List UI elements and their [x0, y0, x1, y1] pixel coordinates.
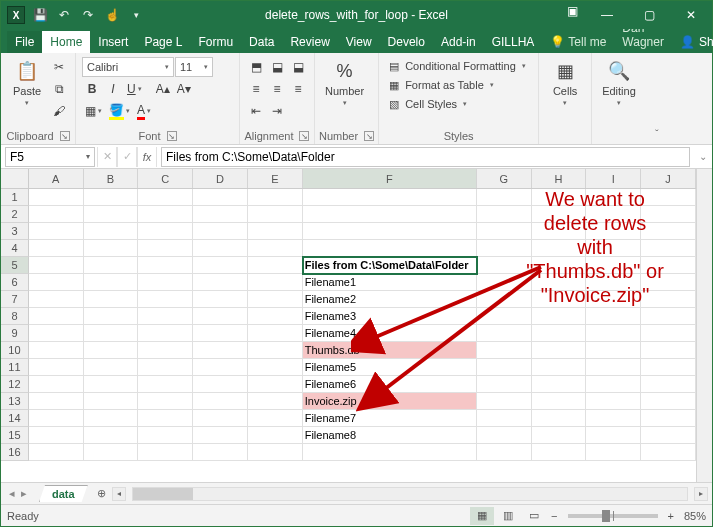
- cell-C2[interactable]: [138, 206, 193, 223]
- hscroll-right-arrow[interactable]: ▸: [694, 487, 708, 501]
- tab-insert[interactable]: Insert: [90, 31, 136, 53]
- cell-D9[interactable]: [193, 325, 248, 342]
- cell-I7[interactable]: [586, 291, 641, 308]
- cell-E16[interactable]: [248, 444, 303, 461]
- grid-body[interactable]: 12345Files from C:\Some\Data\Folder6File…: [1, 189, 696, 482]
- cell-G8[interactable]: [477, 308, 532, 325]
- ribbon-display-options-icon[interactable]: ▣: [562, 1, 582, 21]
- cell-A4[interactable]: [29, 240, 84, 257]
- cell-H4[interactable]: [532, 240, 587, 257]
- row-header-11[interactable]: 11: [1, 359, 29, 376]
- cell-A11[interactable]: [29, 359, 84, 376]
- hscroll-left-arrow[interactable]: ◂: [112, 487, 126, 501]
- cell-C7[interactable]: [138, 291, 193, 308]
- cell-G10[interactable]: [477, 342, 532, 359]
- cell-E9[interactable]: [248, 325, 303, 342]
- align-center-button[interactable]: ≡: [267, 79, 287, 99]
- cell-F13[interactable]: Invoice.zip: [303, 393, 477, 410]
- horizontal-scrollbar[interactable]: ◂ ▸: [112, 487, 712, 501]
- cell-J5[interactable]: [641, 257, 696, 274]
- cell-B15[interactable]: [84, 427, 139, 444]
- cell-H7[interactable]: [532, 291, 587, 308]
- cell-B16[interactable]: [84, 444, 139, 461]
- cell-D14[interactable]: [193, 410, 248, 427]
- cell-C6[interactable]: [138, 274, 193, 291]
- cut-button[interactable]: ✂: [49, 57, 69, 77]
- col-header-J[interactable]: J: [641, 169, 696, 188]
- col-header-D[interactable]: D: [193, 169, 248, 188]
- cell-A9[interactable]: [29, 325, 84, 342]
- cell-H11[interactable]: [532, 359, 587, 376]
- cell-F15[interactable]: Filename8: [303, 427, 477, 444]
- increase-indent-button[interactable]: ⇥: [267, 101, 287, 121]
- new-sheet-button[interactable]: ⊕: [92, 487, 112, 500]
- cell-D4[interactable]: [193, 240, 248, 257]
- cell-I11[interactable]: [586, 359, 641, 376]
- cell-D15[interactable]: [193, 427, 248, 444]
- cell-B4[interactable]: [84, 240, 139, 257]
- row-header-8[interactable]: 8: [1, 308, 29, 325]
- cell-G16[interactable]: [477, 444, 532, 461]
- font-color-button[interactable]: A: [134, 101, 154, 121]
- cell-E12[interactable]: [248, 376, 303, 393]
- cell-D6[interactable]: [193, 274, 248, 291]
- cell-I12[interactable]: [586, 376, 641, 393]
- align-bottom-button[interactable]: ⬓: [288, 57, 308, 77]
- cell-I8[interactable]: [586, 308, 641, 325]
- cell-H6[interactable]: [532, 274, 587, 291]
- cell-I13[interactable]: [586, 393, 641, 410]
- col-header-A[interactable]: A: [29, 169, 84, 188]
- cell-H3[interactable]: [532, 223, 587, 240]
- qat-redo-icon[interactable]: ↷: [79, 6, 97, 24]
- cell-G14[interactable]: [477, 410, 532, 427]
- cell-F5[interactable]: Files from C:\Some\Data\Folder: [303, 257, 477, 274]
- row-header-4[interactable]: 4: [1, 240, 29, 257]
- cell-J2[interactable]: [641, 206, 696, 223]
- cell-F4[interactable]: [303, 240, 477, 257]
- row-header-9[interactable]: 9: [1, 325, 29, 342]
- cell-B6[interactable]: [84, 274, 139, 291]
- paste-button[interactable]: 📋 Paste ▾: [7, 57, 47, 109]
- cell-I6[interactable]: [586, 274, 641, 291]
- tab-developer[interactable]: Develo: [380, 31, 433, 53]
- zoom-level[interactable]: 85%: [684, 510, 706, 522]
- cell-A14[interactable]: [29, 410, 84, 427]
- cell-A3[interactable]: [29, 223, 84, 240]
- row-header-7[interactable]: 7: [1, 291, 29, 308]
- cell-C4[interactable]: [138, 240, 193, 257]
- cell-B13[interactable]: [84, 393, 139, 410]
- cell-E8[interactable]: [248, 308, 303, 325]
- cell-B3[interactable]: [84, 223, 139, 240]
- tab-data[interactable]: Data: [241, 31, 282, 53]
- sheet-next-button[interactable]: ▸: [21, 487, 27, 500]
- sheet-tab-data[interactable]: data: [39, 485, 88, 502]
- cell-A16[interactable]: [29, 444, 84, 461]
- tab-review[interactable]: Review: [282, 31, 337, 53]
- col-header-B[interactable]: B: [84, 169, 139, 188]
- zoom-out-button[interactable]: −: [547, 510, 561, 522]
- cell-I14[interactable]: [586, 410, 641, 427]
- cell-H8[interactable]: [532, 308, 587, 325]
- bold-button[interactable]: B: [82, 79, 102, 99]
- cell-C8[interactable]: [138, 308, 193, 325]
- cell-E4[interactable]: [248, 240, 303, 257]
- font-launcher[interactable]: ↘: [167, 131, 177, 141]
- cell-E2[interactable]: [248, 206, 303, 223]
- cell-E1[interactable]: [248, 189, 303, 206]
- cell-F10[interactable]: Thumbs.db: [303, 342, 477, 359]
- page-break-view-button[interactable]: ▭: [522, 507, 546, 525]
- conditional-formatting-button[interactable]: ▤ Conditional Formatting: [385, 57, 528, 75]
- cell-D2[interactable]: [193, 206, 248, 223]
- cell-F11[interactable]: Filename5: [303, 359, 477, 376]
- cell-D13[interactable]: [193, 393, 248, 410]
- cell-G7[interactable]: [477, 291, 532, 308]
- cell-D5[interactable]: [193, 257, 248, 274]
- cell-J12[interactable]: [641, 376, 696, 393]
- tab-addins[interactable]: Add-in: [433, 31, 484, 53]
- cell-B10[interactable]: [84, 342, 139, 359]
- qat-undo-icon[interactable]: ↶: [55, 6, 73, 24]
- cell-I16[interactable]: [586, 444, 641, 461]
- cell-B5[interactable]: [84, 257, 139, 274]
- cell-J7[interactable]: [641, 291, 696, 308]
- restore-button[interactable]: ▢: [628, 1, 670, 29]
